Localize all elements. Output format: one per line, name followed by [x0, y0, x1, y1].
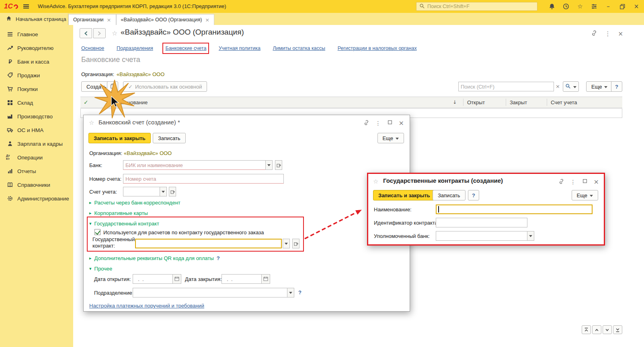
sidebar-item-directories[interactable]: Справочники [0, 178, 73, 192]
close-tab-icon[interactable]: × [205, 17, 209, 23]
copy-button[interactable] [107, 81, 118, 92]
qr-help-link[interactable]: ? [217, 255, 220, 261]
forward-button[interactable] [93, 28, 106, 38]
more-button[interactable]: Еще [586, 81, 613, 92]
help-button[interactable]: ? [611, 81, 622, 92]
global-search-input[interactable] [427, 4, 534, 9]
sidebar-item-purchases[interactable]: Покупки [0, 82, 73, 96]
hamburger-menu-icon[interactable] [23, 3, 30, 11]
get-link-icon[interactable] [591, 30, 597, 37]
close-dialog-icon[interactable]: × [594, 178, 599, 186]
maximize-icon[interactable] [582, 178, 588, 185]
gov-contract-open-button[interactable] [292, 239, 299, 248]
save-close-button[interactable]: Записать и закрыть [373, 190, 435, 200]
close-tab-icon[interactable]: × [107, 17, 111, 23]
sidebar-item-administration[interactable]: Администрирование [0, 192, 73, 205]
close-window-icon[interactable]: × [633, 3, 640, 10]
column-closed[interactable]: Закрыт [510, 99, 527, 105]
close-page-icon[interactable]: × [618, 30, 623, 37]
sidebar-item-fixed-assets[interactable]: ОС и НМА [0, 123, 73, 137]
close-dialog-icon[interactable]: × [399, 119, 404, 127]
bank-dropdown-button[interactable] [265, 160, 273, 170]
group-toggle-other[interactable]: ▾Прочее [89, 266, 112, 272]
favorite-star-icon[interactable]: ☆ [112, 29, 117, 37]
column-open[interactable]: Открыт [467, 99, 485, 105]
history-clock-icon[interactable] [562, 3, 570, 10]
group-toggle-gov-contract[interactable]: ▾Государственный контракт [89, 221, 159, 227]
sidebar-item-bank-cash[interactable]: Банк и касса [0, 55, 73, 68]
save-button[interactable]: Записать [433, 190, 466, 200]
logo-1c[interactable]: 1С [4, 0, 18, 13]
sidebar-item-warehouse[interactable]: Склад [0, 96, 73, 109]
authorized-bank-input[interactable] [436, 231, 527, 241]
name-input[interactable] [436, 204, 593, 214]
accounting-account-input[interactable] [123, 187, 160, 196]
payment-settings-link[interactable]: Настройка платежных поручений и требован… [89, 303, 204, 309]
minimize-window-icon[interactable]: – [605, 3, 612, 10]
scroll-top-button[interactable] [582, 325, 591, 334]
sidebar-item-main[interactable]: Главное [0, 27, 73, 41]
global-search[interactable] [416, 2, 537, 11]
favorites-star-icon[interactable]: ☆ [576, 3, 584, 10]
sidebar-item-salary-hr[interactable]: Зарплата и кадры [0, 137, 73, 151]
restore-window-icon[interactable] [619, 3, 626, 10]
sidebar-item-operations[interactable]: Дт КтОперации [0, 151, 73, 164]
more-dots-icon[interactable]: ⋮ [375, 120, 381, 126]
more-dots-icon[interactable]: ⋮ [605, 30, 611, 37]
nav-link-bank-accounts[interactable]: Банковские счета [165, 45, 206, 51]
account-number-input[interactable] [123, 174, 284, 184]
authorized-bank-dropdown-button[interactable] [527, 231, 534, 241]
subdivision-input[interactable] [133, 288, 287, 297]
bank-open-button[interactable] [275, 160, 282, 170]
search-button[interactable] [563, 81, 579, 92]
tab-organizations[interactable]: Организации × [68, 14, 116, 25]
favorite-star-icon[interactable]: ☆ [89, 119, 94, 126]
get-link-icon[interactable] [363, 120, 369, 127]
list-search-input[interactable] [458, 82, 554, 91]
clear-search-icon[interactable]: × [556, 83, 560, 89]
column-name[interactable]: Наименование [111, 99, 148, 105]
help-button[interactable]: ? [468, 190, 479, 200]
notifications-bell-icon[interactable] [548, 3, 556, 10]
maximize-icon[interactable] [387, 120, 393, 126]
settings-sliders-icon[interactable] [591, 3, 598, 10]
save-close-button[interactable]: Записать и закрыть [88, 133, 151, 143]
home-tab[interactable]: Начальная страница [0, 13, 68, 25]
sort-descending-icon[interactable]: ↓ [453, 99, 457, 105]
sidebar-item-sales[interactable]: Продажи [0, 68, 73, 82]
nav-link-cash-limits[interactable]: Лимиты остатка кассы [273, 45, 325, 51]
tab-organization-card[interactable]: «Вайзэдвайс» ООО (Организация) × [116, 14, 215, 25]
accounting-account-dropdown-button[interactable] [160, 187, 167, 196]
nav-link-accounting-policy[interactable]: Учетная политика [219, 45, 260, 51]
group-toggle-corporate-cards[interactable]: ▸Корпоративные карты [89, 210, 148, 216]
date-open-input[interactable] [133, 274, 173, 284]
use-as-main-button[interactable]: ✓ Использовать как основной [123, 81, 207, 92]
group-toggle-qr[interactable]: ▸Дополнительные реквизиты QR кода для оп… [89, 255, 220, 261]
group-toggle-correspondent[interactable]: ▸Расчеты через банк-корреспондент [89, 200, 180, 206]
gov-contract-dropdown-button[interactable] [283, 239, 290, 248]
save-button[interactable]: Записать [153, 133, 186, 143]
more-dots-icon[interactable]: ⋮ [570, 179, 576, 185]
scroll-up-button[interactable] [592, 325, 601, 334]
nav-link-subdivisions[interactable]: Подразделения [117, 45, 153, 51]
back-button[interactable] [80, 28, 92, 38]
nav-link-tax-registrations[interactable]: Регистрации в налоговых органах [338, 45, 417, 51]
contract-id-input[interactable] [436, 218, 527, 227]
org-value[interactable]: «Вайзэдвайс» ООО [117, 71, 164, 77]
get-link-icon[interactable] [558, 178, 564, 186]
subdivision-dropdown-button[interactable] [287, 288, 294, 297]
more-button[interactable]: Еще [377, 133, 404, 143]
gov-contract-checkbox[interactable] [94, 229, 100, 235]
scroll-bottom-button[interactable] [613, 325, 622, 334]
sidebar-item-production[interactable]: Производство [0, 109, 73, 123]
scroll-down-button[interactable] [603, 325, 612, 334]
bank-input[interactable] [123, 160, 266, 170]
subdivision-help-link[interactable]: ? [298, 289, 301, 295]
column-account[interactable]: Счет учета [551, 99, 577, 105]
date-close-input[interactable] [222, 274, 262, 284]
org-value[interactable]: «Вайзэдвайс» ООО [124, 150, 172, 156]
favorite-star-icon[interactable]: ☆ [373, 178, 378, 185]
sidebar-item-reports[interactable]: Отчеты [0, 164, 73, 178]
nav-link-main[interactable]: Основное [81, 45, 104, 51]
gov-contract-input[interactable] [135, 239, 282, 248]
